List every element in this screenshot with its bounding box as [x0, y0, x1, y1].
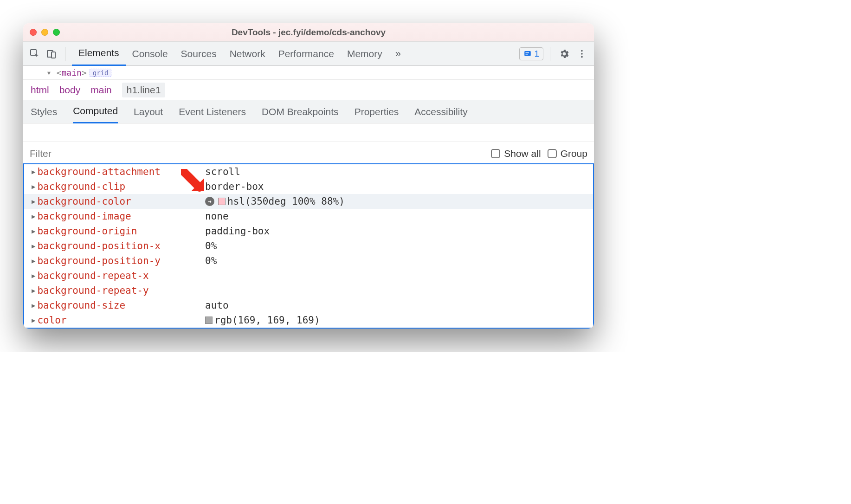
property-value-text: padding-box: [205, 226, 270, 237]
property-name: background-origin: [37, 226, 137, 237]
tab-performance[interactable]: Performance: [272, 42, 341, 66]
inspect-icon[interactable]: [28, 47, 42, 61]
breadcrumb: htmlbodymainh1.line1: [23, 80, 594, 100]
property-name: background-repeat-x: [37, 270, 148, 281]
grid-badge[interactable]: grid: [90, 69, 112, 77]
show-all-checkbox[interactable]: Show all: [491, 148, 541, 159]
styles-subtabs: StylesComputedLayoutEvent ListenersDOM B…: [23, 100, 594, 123]
color-swatch-icon[interactable]: [218, 198, 226, 205]
property-row[interactable]: ▶background-imagenone: [24, 209, 593, 224]
property-value-text: none: [205, 211, 229, 222]
property-row[interactable]: ▶background-color➜hsl(350deg 100% 88%): [24, 194, 593, 209]
tab-memory[interactable]: Memory: [341, 42, 389, 66]
subtab-layout[interactable]: Layout: [134, 100, 163, 123]
property-row[interactable]: ▶background-position-y0%: [24, 253, 593, 268]
subtab-styles[interactable]: Styles: [31, 100, 57, 123]
property-value[interactable]: ➜hsl(350deg 100% 88%): [205, 196, 345, 207]
subtab-accessibility[interactable]: Accessibility: [414, 100, 467, 123]
property-value[interactable]: border-box: [205, 181, 264, 192]
more-tabs-icon[interactable]: »: [392, 48, 405, 60]
svg-point-8: [581, 56, 583, 58]
breadcrumb-item[interactable]: body: [59, 84, 81, 96]
expand-icon[interactable]: ▶: [32, 227, 35, 235]
property-row[interactable]: ▶background-repeat-y: [24, 283, 593, 298]
property-row[interactable]: ▶colorrgb(169, 169, 169): [24, 313, 593, 328]
property-row[interactable]: ▶background-sizeauto: [24, 298, 593, 313]
expand-icon[interactable]: ▶: [32, 317, 35, 324]
subtab-event-listeners[interactable]: Event Listeners: [179, 100, 246, 123]
property-value-text: rgb(169, 169, 169): [214, 315, 320, 326]
main-tabs: ElementsConsoleSourcesNetworkPerformance…: [72, 42, 389, 66]
property-value[interactable]: 0%: [205, 255, 217, 266]
property-row[interactable]: ▶background-clipborder-box: [24, 179, 593, 194]
checkbox-icon: [491, 149, 500, 158]
property-name: background-clip: [37, 181, 125, 192]
filter-input[interactable]: [30, 148, 484, 159]
property-value[interactable]: auto: [205, 300, 229, 311]
property-value-text: hsl(350deg 100% 88%): [227, 196, 345, 207]
window-title: DevTools - jec.fyi/demo/cds-anchovy: [23, 27, 594, 38]
property-value-text: 0%: [205, 255, 217, 266]
tab-elements[interactable]: Elements: [72, 42, 126, 66]
tree-tag-name: main: [62, 68, 82, 78]
property-value[interactable]: padding-box: [205, 226, 270, 237]
tab-console[interactable]: Console: [126, 42, 174, 66]
property-row[interactable]: ▶background-originpadding-box: [24, 224, 593, 239]
property-value-text: 0%: [205, 240, 217, 252]
subtab-computed[interactable]: Computed: [73, 100, 118, 123]
group-checkbox[interactable]: Group: [548, 148, 587, 159]
property-name: background-image: [37, 211, 131, 222]
expand-icon[interactable]: ▶: [32, 257, 35, 265]
tree-tag-prefix: ▾ <: [46, 68, 62, 78]
expand-icon[interactable]: ▶: [32, 213, 35, 220]
titlebar: DevTools - jec.fyi/demo/cds-anchovy: [23, 23, 594, 42]
property-name: background-color: [37, 196, 131, 207]
separator: [550, 47, 550, 61]
device-toggle-icon[interactable]: [45, 47, 58, 61]
tab-network[interactable]: Network: [223, 42, 272, 66]
property-name: color: [37, 315, 66, 326]
svg-rect-5: [526, 54, 528, 55]
property-name: background-size: [37, 300, 125, 311]
color-swatch-icon[interactable]: [205, 317, 213, 324]
expand-icon[interactable]: ▶: [32, 168, 35, 175]
elements-tree-row[interactable]: ▾ <main> grid: [23, 66, 594, 80]
devtools-window: DevTools - jec.fyi/demo/cds-anchovy Elem…: [23, 23, 594, 329]
svg-point-6: [581, 50, 583, 52]
property-value[interactable]: none: [205, 211, 229, 222]
svg-rect-4: [526, 52, 529, 53]
issues-badge[interactable]: 1: [519, 47, 543, 60]
checkbox-icon: [548, 149, 557, 158]
property-name: background-repeat-y: [37, 285, 148, 296]
subtab-properties[interactable]: Properties: [355, 100, 399, 123]
main-toolbar: ElementsConsoleSourcesNetworkPerformance…: [23, 42, 594, 66]
goto-source-icon[interactable]: ➜: [205, 197, 214, 206]
expand-icon[interactable]: ▶: [32, 242, 35, 250]
kebab-icon[interactable]: [574, 46, 589, 61]
expand-icon[interactable]: ▶: [32, 198, 35, 205]
tree-tag-suffix: >: [82, 68, 87, 78]
issues-count: 1: [534, 49, 539, 59]
expand-icon[interactable]: ▶: [32, 287, 35, 294]
breadcrumb-item[interactable]: main: [90, 84, 112, 96]
subtab-dom-breakpoints[interactable]: DOM Breakpoints: [262, 100, 339, 123]
property-value[interactable]: 0%: [205, 240, 217, 252]
breadcrumb-item[interactable]: h1.line1: [122, 83, 166, 97]
tab-sources[interactable]: Sources: [174, 42, 223, 66]
property-row[interactable]: ▶background-position-x0%: [24, 239, 593, 253]
property-value[interactable]: scroll: [205, 166, 240, 177]
show-all-label: Show all: [504, 148, 541, 159]
group-label: Group: [561, 148, 587, 159]
expand-icon[interactable]: ▶: [32, 183, 35, 190]
property-row[interactable]: ▶background-repeat-x: [24, 268, 593, 283]
breadcrumb-item[interactable]: html: [31, 84, 49, 96]
computed-properties: ▶background-attachmentscroll▶background-…: [23, 164, 594, 329]
expand-icon[interactable]: ▶: [32, 302, 35, 309]
property-row[interactable]: ▶background-attachmentscroll: [24, 164, 593, 179]
gear-icon[interactable]: [557, 46, 572, 61]
property-value-text: auto: [205, 300, 229, 311]
expand-icon[interactable]: ▶: [32, 272, 35, 279]
filter-row: Show all Group: [23, 141, 594, 164]
property-name: background-position-y: [37, 255, 161, 266]
property-value[interactable]: rgb(169, 169, 169): [205, 315, 320, 326]
